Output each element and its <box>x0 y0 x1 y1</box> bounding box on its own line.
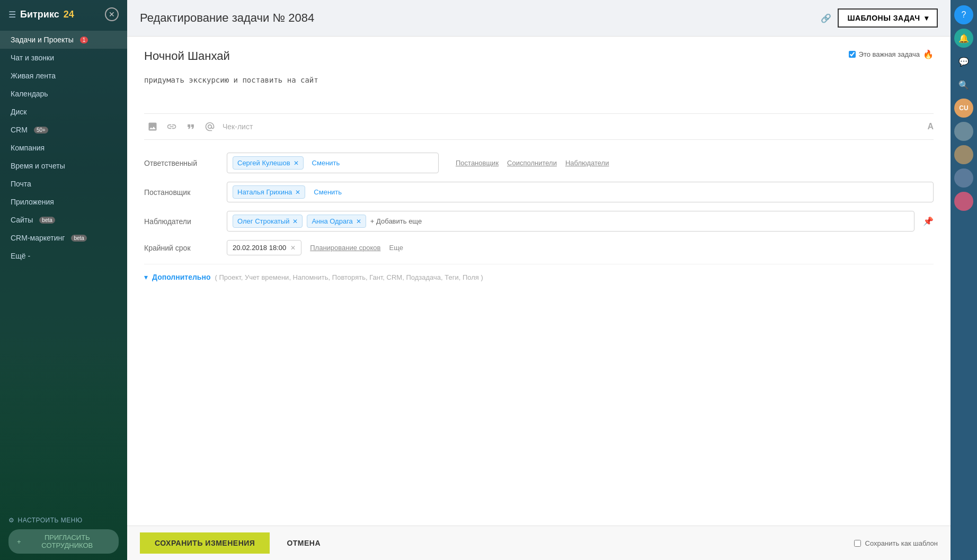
sidebar-item-feed[interactable]: Живая лента <box>0 67 127 85</box>
sidebar-item-tasks[interactable]: Задачи и Проекты 1 <box>0 31 127 49</box>
page-title: Редактирование задачи № 2084 <box>140 11 814 25</box>
sidebar-item-chat[interactable]: Чат и звонки <box>0 49 127 67</box>
remove-watcher2-button[interactable]: ✕ <box>356 218 361 225</box>
plus-icon: + <box>17 538 21 546</box>
role-tabs: Постановщик Соисполнители Наблюдатели <box>456 159 609 167</box>
planning-link[interactable]: Планирование сроков <box>310 244 380 252</box>
additional-items: ( Проект, Учет времени, Напомнить, Повто… <box>215 273 483 281</box>
notification-button[interactable]: 🔔 <box>954 29 973 48</box>
right-panel: ? 🔔 💬 🔍 CU <box>951 0 977 560</box>
remove-assignee-button[interactable]: ✕ <box>295 189 300 196</box>
sidebar-item-label: Календарь <box>11 90 48 98</box>
change-assignee-button[interactable]: Сменить <box>309 186 346 198</box>
watcher2-name: Анна Одрага <box>312 217 352 225</box>
deadline-input[interactable]: 20.02.2018 18:00 ✕ <box>227 240 301 255</box>
quote-icon[interactable] <box>182 118 199 135</box>
sidebar-item-label: Почта <box>11 180 31 188</box>
sidebar-item-time[interactable]: Время и отчеты <box>0 157 127 175</box>
change-responsible-button[interactable]: Сменить <box>308 157 344 169</box>
fire-icon: 🔥 <box>923 49 934 59</box>
sidebar-item-crm[interactable]: CRM 50+ <box>0 121 127 139</box>
sidebar-item-disk[interactable]: Диск <box>0 103 127 121</box>
help-button[interactable]: ? <box>954 5 973 24</box>
avatar-5[interactable] <box>954 192 973 211</box>
hamburger-icon[interactable]: ☰ <box>8 10 16 20</box>
avatar-4[interactable] <box>954 168 973 188</box>
chat-button[interactable]: 💬 <box>954 52 973 71</box>
remove-responsible-button[interactable]: ✕ <box>294 159 299 167</box>
deadline-label: Крайний срок <box>144 244 218 252</box>
font-icon[interactable]: A <box>927 122 934 131</box>
link-icon[interactable]: 🔗 <box>821 13 831 23</box>
pin-icon[interactable]: 📌 <box>923 216 934 226</box>
deadline-value: 20.02.2018 18:00 <box>233 244 286 252</box>
assignee-user-tag: Наталья Грихина ✕ <box>233 185 305 199</box>
main-content: Редактирование задачи № 2084 🔗 ШАБЛОНЫ З… <box>127 0 951 560</box>
sidebar-item-apps[interactable]: Приложения <box>0 193 127 211</box>
image-icon[interactable] <box>144 118 161 135</box>
sidebar-item-label: CRM <box>11 126 28 134</box>
sidebar-item-label: Живая лента <box>11 72 56 80</box>
configure-menu-label: НАСТРОИТЬ МЕНЮ <box>18 517 83 524</box>
task-description-input[interactable] <box>144 72 934 112</box>
link-toolbar-icon[interactable] <box>163 118 180 135</box>
watcher1-tag: Олег Строкатый ✕ <box>233 215 303 228</box>
templates-button[interactable]: ШАБЛОНЫ ЗАДАЧ ▾ <box>838 8 938 28</box>
chevron-down-icon[interactable]: ▾ <box>144 273 148 281</box>
watchers-label: Наблюдатели <box>144 217 218 226</box>
avatar-1[interactable]: CU <box>954 99 973 118</box>
sidebar-item-label: Ещё - <box>11 252 30 260</box>
crm-badge: 50+ <box>34 127 48 134</box>
watchers-field-box: Олег Строкатый ✕ Анна Одрага ✕ + Добавит… <box>227 211 914 232</box>
sidebar-item-label: Чат и звонки <box>11 54 54 62</box>
configure-menu-button[interactable]: ⚙ НАСТРОИТЬ МЕНЮ <box>8 517 119 524</box>
tab-watchers[interactable]: Наблюдатели <box>565 159 609 167</box>
sidebar-item-label: Диск <box>11 108 26 116</box>
task-header-row: Это важная задача 🔥 <box>144 49 934 72</box>
sidebar-item-company[interactable]: Компания <box>0 139 127 157</box>
add-watcher-button[interactable]: + Добавить еще <box>370 217 422 225</box>
brand-number: 24 <box>64 9 74 20</box>
avatar-3[interactable] <box>954 145 973 164</box>
save-template-section: Сохранить как шаблон <box>854 539 938 547</box>
invite-label: ПРИГЛАСИТЬ СОТРУДНИКОВ <box>24 534 110 549</box>
additional-label[interactable]: Дополнительно <box>152 273 210 281</box>
invite-employees-button[interactable]: + ПРИГЛАСИТЬ СОТРУДНИКОВ <box>8 529 119 554</box>
task-title-input[interactable] <box>144 49 849 63</box>
remove-watcher1-button[interactable]: ✕ <box>292 218 298 225</box>
assignee-field-box: Наталья Грихина ✕ Сменить <box>227 182 934 202</box>
tab-coexecutors[interactable]: Соисполнители <box>507 159 557 167</box>
cancel-button[interactable]: ОТМЕНА <box>278 532 329 554</box>
save-button[interactable]: СОХРАНИТЬ ИЗМЕНЕНИЯ <box>140 532 270 554</box>
sidebar-item-sites[interactable]: Сайты beta <box>0 211 127 229</box>
sidebar-item-calendar[interactable]: Календарь <box>0 85 127 103</box>
sidebar-item-label: Задачи и Проекты <box>11 35 74 44</box>
watcher1-name: Олег Строкатый <box>237 217 289 225</box>
tab-assignee[interactable]: Постановщик <box>456 159 499 167</box>
sidebar-item-label: Сайты <box>11 216 33 224</box>
checklist-button[interactable]: Чек-лист <box>223 122 253 131</box>
form-area: Это важная задача 🔥 Чек-лист A Ответ <box>127 37 951 526</box>
sidebar-item-mail[interactable]: Почта <box>0 175 127 193</box>
assignee-label: Постановщик <box>144 188 218 197</box>
search-button[interactable]: 🔍 <box>954 75 973 94</box>
sidebar-item-label: Компания <box>11 144 45 152</box>
mention-icon[interactable] <box>201 118 218 135</box>
sites-badge: beta <box>39 217 55 224</box>
avatar-2[interactable] <box>954 122 973 141</box>
important-checkbox-label[interactable]: Это важная задача 🔥 <box>849 49 934 59</box>
important-label: Это важная задача <box>859 50 920 58</box>
save-template-checkbox[interactable] <box>854 540 861 547</box>
important-checkbox[interactable] <box>849 51 856 58</box>
gear-icon: ⚙ <box>8 517 15 524</box>
sidebar-item-label: Время и отчеты <box>11 162 65 170</box>
sidebar: ☰ Битрикс 24 ✕ Задачи и Проекты 1 Чат и … <box>0 0 127 560</box>
crm-marketing-badge: beta <box>71 235 86 242</box>
watcher2-tag: Анна Одрага ✕ <box>307 215 366 228</box>
sidebar-item-crm-marketing[interactable]: CRM-маркетинг beta <box>0 229 127 247</box>
tasks-badge: 1 <box>80 37 88 43</box>
clear-deadline-button[interactable]: ✕ <box>290 244 296 252</box>
sidebar-item-more[interactable]: Ещё - <box>0 247 127 265</box>
close-sidebar-button[interactable]: ✕ <box>105 7 119 21</box>
more-deadline-link[interactable]: Еще <box>389 244 403 252</box>
